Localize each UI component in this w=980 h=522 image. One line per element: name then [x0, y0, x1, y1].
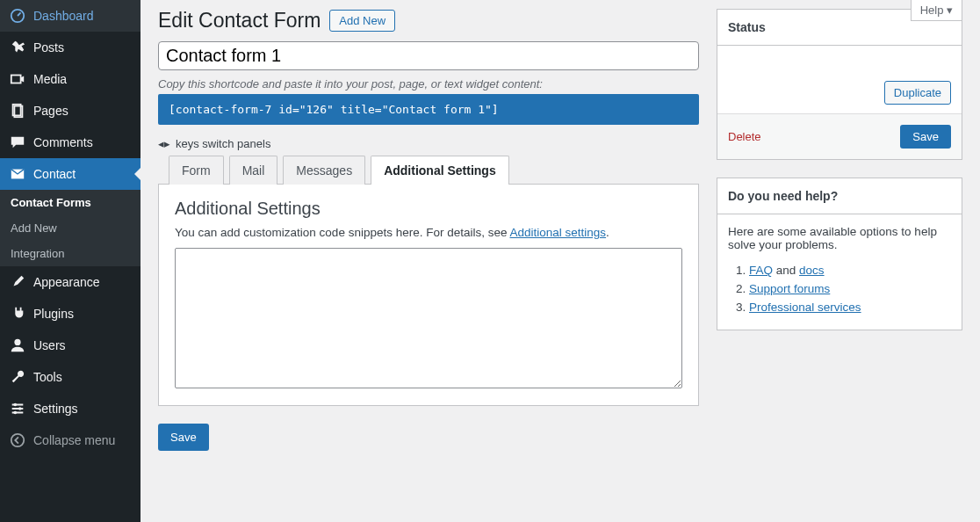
menu-label: Comments: [33, 135, 93, 149]
menu-collapse[interactable]: Collapse menu: [0, 424, 141, 456]
menu-label: Contact: [33, 167, 76, 181]
help-item-support: Support forums: [749, 282, 951, 295]
menu-label: Posts: [33, 40, 64, 54]
pages-icon: [9, 102, 26, 120]
sidebar-save-button[interactable]: Save: [900, 125, 951, 149]
media-icon: [9, 70, 26, 88]
mail-icon: [9, 165, 26, 183]
submenu-integration[interactable]: Integration: [0, 241, 141, 266]
svg-point-7: [18, 407, 22, 410]
help-title: Do you need help?: [717, 178, 962, 214]
help-list: FAQ and docs Support forums Professional…: [728, 264, 951, 314]
form-title-input[interactable]: [158, 41, 699, 70]
menu-label: Collapse menu: [33, 433, 115, 447]
support-forums-link[interactable]: Support forums: [749, 282, 830, 295]
delete-link[interactable]: Delete: [728, 130, 761, 143]
wrench-icon: [9, 368, 26, 386]
admin-sidebar: Dashboard Posts Media Pages Comments Con…: [0, 0, 141, 522]
svg-point-9: [11, 434, 24, 446]
menu-label: Dashboard: [33, 9, 94, 23]
menu-plugins[interactable]: Plugins: [0, 298, 141, 330]
menu-pages[interactable]: Pages: [0, 95, 141, 127]
keys-hint-text: keys switch panels: [176, 137, 270, 150]
collapse-icon: [9, 431, 26, 449]
comment-icon: [9, 134, 26, 151]
panel-description: You can add customization code snippets …: [175, 226, 682, 239]
help-item-pro: Professional services: [749, 301, 951, 314]
tabs-nav: Form Mail Messages Additional Settings: [169, 156, 699, 185]
tab-panel-additional: Additional Settings You can add customiz…: [158, 184, 699, 406]
menu-label: Users: [33, 338, 66, 352]
menu-label: Plugins: [33, 307, 74, 321]
status-postbox: Status Duplicate Delete Save: [717, 9, 962, 160]
shortcode-hint: Copy this shortcode and paste it into yo…: [158, 77, 699, 91]
menu-label: Media: [33, 72, 67, 86]
help-item-faq: FAQ and docs: [749, 264, 951, 277]
svg-rect-1: [11, 76, 21, 83]
save-button[interactable]: Save: [158, 424, 209, 451]
menu-tools[interactable]: Tools: [0, 361, 141, 393]
docs-link[interactable]: docs: [799, 264, 825, 277]
additional-settings-textarea[interactable]: [175, 248, 682, 388]
additional-settings-link[interactable]: Additional settings: [510, 226, 607, 239]
pin-icon: [9, 39, 26, 56]
menu-appearance[interactable]: Appearance: [0, 266, 141, 298]
plugin-icon: [9, 305, 26, 323]
page-title: Edit Contact Form: [158, 9, 321, 33]
help-tab-button[interactable]: Help ▾: [911, 0, 962, 21]
menu-dashboard[interactable]: Dashboard: [0, 0, 141, 32]
menu-comments[interactable]: Comments: [0, 127, 141, 158]
help-intro: Here are some available options to help …: [728, 225, 951, 251]
duplicate-button[interactable]: Duplicate: [884, 81, 951, 105]
svg-point-6: [14, 403, 18, 407]
tab-additional-settings[interactable]: Additional Settings: [371, 156, 509, 185]
menu-label: Tools: [33, 370, 62, 384]
menu-media[interactable]: Media: [0, 63, 141, 95]
menu-users[interactable]: Users: [0, 330, 141, 361]
menu-settings[interactable]: Settings: [0, 393, 141, 424]
submenu-contact-forms[interactable]: Contact Forms: [0, 190, 141, 215]
tab-form[interactable]: Form: [169, 156, 224, 185]
user-icon: [9, 337, 26, 354]
dashboard-icon: [9, 7, 26, 25]
add-new-button[interactable]: Add New: [329, 10, 395, 32]
sliders-icon: [9, 400, 26, 417]
shortcode-display[interactable]: [contact-form-7 id="126" title="Contact …: [158, 94, 699, 125]
submenu-add-new[interactable]: Add New: [0, 215, 141, 241]
tab-messages[interactable]: Messages: [283, 156, 365, 185]
svg-point-5: [14, 339, 20, 345]
menu-posts[interactable]: Posts: [0, 32, 141, 63]
main-content: Help ▾ Edit Contact Form Add New Copy th…: [141, 0, 980, 522]
keys-hint: ◂▸ keys switch panels: [158, 137, 699, 150]
arrows-icon: ◂▸: [158, 137, 170, 150]
submenu-contact: Contact Forms Add New Integration: [0, 190, 141, 266]
professional-services-link[interactable]: Professional services: [749, 301, 861, 314]
svg-point-8: [14, 411, 18, 415]
menu-label: Settings: [33, 402, 78, 416]
tab-mail[interactable]: Mail: [229, 156, 278, 185]
faq-link[interactable]: FAQ: [749, 264, 773, 277]
menu-label: Pages: [33, 104, 68, 118]
brush-icon: [9, 273, 26, 291]
panel-title: Additional Settings: [175, 199, 682, 219]
menu-contact[interactable]: Contact: [0, 158, 141, 190]
help-postbox: Do you need help? Here are some availabl…: [717, 178, 962, 330]
menu-label: Appearance: [33, 275, 100, 289]
